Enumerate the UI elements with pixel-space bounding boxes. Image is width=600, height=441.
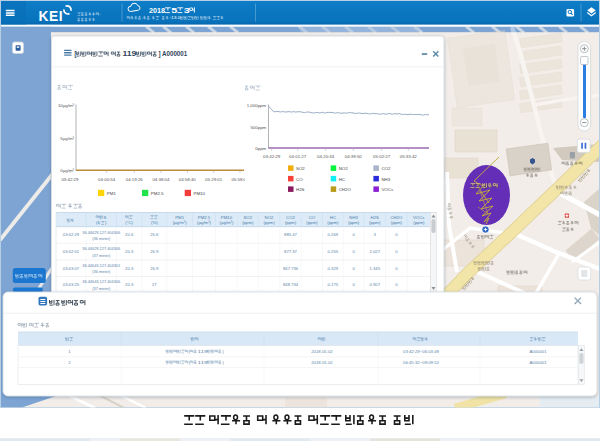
svg-text:A000001: A000001	[529, 349, 547, 354]
svg-text:HC: HC	[339, 177, 345, 182]
svg-text:PM1: PM1	[175, 215, 184, 220]
svg-text:SO2: SO2	[296, 166, 305, 171]
svg-text:VOCs: VOCs	[381, 187, 394, 192]
svg-text:CH2O: CH2O	[339, 187, 352, 192]
svg-text:(36 meter): (36 meter)	[92, 269, 111, 274]
svg-text:04:19:26: 04:19:26	[126, 177, 144, 182]
svg-text:20.3: 20.3	[125, 282, 134, 287]
svg-text:VOCs: VOCs	[413, 215, 424, 220]
svg-text:(µg/m³): (µg/m³)	[173, 220, 188, 225]
svg-text:20.3: 20.3	[125, 266, 134, 271]
svg-text:(%): (%)	[151, 220, 158, 225]
svg-text:CO: CO	[296, 177, 303, 182]
svg-text:CO2: CO2	[381, 166, 391, 171]
svg-text:(ppm): (ppm)	[306, 220, 318, 225]
svg-text:03:42:29: 03:42:29	[63, 232, 80, 237]
svg-text:5µg/m³: 5µg/m³	[60, 136, 74, 141]
svg-text:03:43:25: 03:43:25	[63, 282, 80, 287]
svg-text:0.255: 0.255	[328, 249, 339, 254]
svg-text::13.0: :13.0	[170, 15, 181, 20]
svg-text::: :	[142, 15, 143, 20]
svg-text:(ppm): (ppm)	[391, 220, 403, 225]
svg-text:119: 119	[198, 360, 208, 365]
svg-text:2.027: 2.027	[370, 249, 381, 254]
svg-text:04:20:34: 04:20:34	[317, 154, 335, 159]
svg-text:03:43:07: 03:43:07	[63, 266, 80, 271]
svg-text:119: 119	[198, 349, 208, 354]
svg-text:(µg/m³): (µg/m³)	[197, 220, 212, 225]
svg-text:2018.05.02: 2018.05.02	[311, 360, 333, 365]
svg-text:0.329: 0.329	[328, 266, 339, 271]
svg-text:NO2: NO2	[339, 166, 349, 171]
svg-text:2018.05.02: 2018.05.02	[311, 349, 333, 354]
svg-text:(°C): (°C)	[125, 220, 133, 225]
svg-text:848.734: 848.734	[283, 282, 299, 287]
svg-text:S: S	[104, 215, 107, 220]
svg-text:04:58:40: 04:58:40	[179, 177, 197, 182]
svg-text:10µg/m³: 10µg/m³	[58, 103, 75, 108]
svg-text:0.175: 0.175	[328, 282, 339, 287]
svg-text:04:00:54: 04:00:54	[98, 177, 116, 182]
svg-text:(37 meter): (37 meter)	[92, 253, 111, 258]
svg-text:·: ·	[100, 12, 101, 17]
svg-text:03:42:51: 03:42:51	[63, 249, 80, 254]
svg-text:885.47: 885.47	[284, 232, 297, 237]
svg-text:(36 meter): (36 meter)	[92, 236, 111, 241]
svg-text:36.44629,127.404306: 36.44629,127.404306	[82, 230, 120, 235]
svg-text:03:42:29~06:03:49: 03:42:29~06:03:49	[403, 349, 440, 354]
svg-text:06:45:32~09:09:52: 06:45:32~09:09:52	[403, 360, 440, 365]
svg-text:5: 5	[171, 6, 177, 15]
svg-text:(ppm): (ppm)	[348, 220, 360, 225]
svg-text:(ppm): (ppm)	[413, 220, 425, 225]
svg-text:PM2.5: PM2.5	[198, 215, 211, 220]
svg-text:05:29:01: 05:29:01	[205, 177, 223, 182]
svg-text:PM10: PM10	[194, 191, 206, 196]
svg-text:36.44643,127.404301: 36.44643,127.404301	[82, 263, 120, 268]
svg-text:NH3: NH3	[381, 177, 390, 182]
svg-text:PM1: PM1	[107, 191, 117, 196]
svg-text:0µg/m³: 0µg/m³	[60, 168, 74, 173]
svg-text:05:02:27: 05:02:27	[373, 154, 391, 159]
svg-text:20.6: 20.6	[125, 232, 134, 237]
svg-text:3: 3	[184, 6, 190, 15]
svg-text:0.907: 0.907	[370, 282, 381, 287]
svg-text:36.44643,127.404306: 36.44643,127.404306	[82, 279, 120, 284]
svg-text:CH2O: CH2O	[390, 215, 403, 220]
svg-text:NH3: NH3	[349, 215, 358, 220]
svg-text:(ppm): (ppm)	[263, 220, 275, 225]
svg-text:877.37: 877.37	[284, 249, 297, 254]
svg-text:1,000ppm: 1,000ppm	[247, 103, 267, 108]
svg-text:PM10: PM10	[221, 215, 233, 220]
svg-text:KEI: KEI	[39, 9, 64, 24]
svg-text:119: 119	[122, 50, 137, 57]
svg-text:25.6: 25.6	[150, 232, 159, 237]
svg-text:H2S: H2S	[371, 215, 379, 220]
svg-text:(ppm): (ppm)	[369, 220, 381, 225]
svg-text:(ppm): (ppm)	[242, 220, 254, 225]
svg-text:2018: 2018	[149, 6, 165, 15]
svg-text:NO2: NO2	[265, 215, 274, 220]
svg-text:CO2: CO2	[286, 215, 295, 220]
svg-text:26.9: 26.9	[150, 266, 159, 271]
svg-text:26.9: 26.9	[150, 249, 159, 254]
svg-text:CO: CO	[309, 215, 316, 220]
svg-text:(ppm): (ppm)	[285, 220, 297, 225]
svg-text:04:39:50: 04:39:50	[345, 154, 363, 159]
svg-text:05:33:42: 05:33:42	[400, 154, 418, 159]
svg-text:03:42:29: 03:42:29	[263, 154, 281, 159]
svg-text:(ppm): (ppm)	[327, 220, 339, 225]
svg-text:] A000001: ] A000001	[159, 50, 188, 58]
svg-text:20.3: 20.3	[125, 249, 134, 254]
svg-text:SO2: SO2	[244, 215, 253, 220]
svg-text:PM2.5: PM2.5	[151, 191, 164, 196]
svg-text:0ppm: 0ppm	[255, 146, 266, 151]
svg-text:H2S: H2S	[296, 187, 305, 192]
svg-text:04:01:27: 04:01:27	[289, 154, 307, 159]
svg-text:A000001: A000001	[529, 360, 547, 365]
svg-text:867.736: 867.736	[283, 266, 299, 271]
svg-text:(37 meter): (37 meter)	[92, 286, 111, 291]
svg-text:27: 27	[152, 282, 157, 287]
svg-text:0.269: 0.269	[328, 232, 339, 237]
svg-text:1.345: 1.345	[370, 266, 381, 271]
svg-text:HC: HC	[330, 215, 336, 220]
